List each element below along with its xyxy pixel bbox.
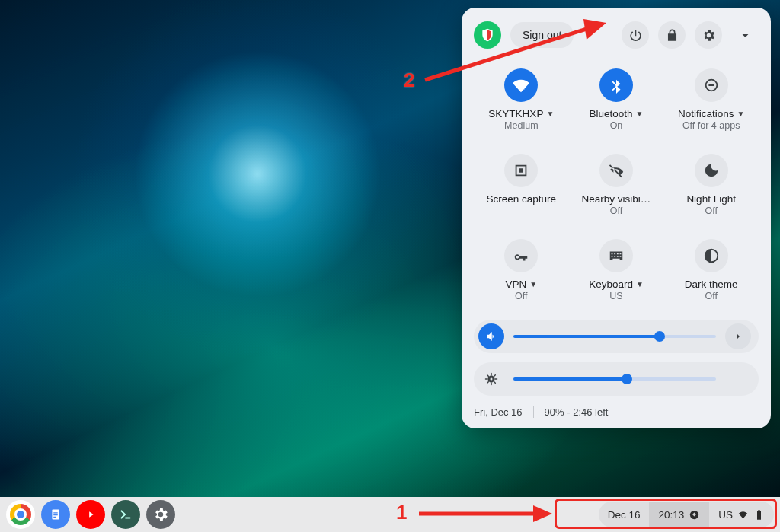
quick-settings-panel: Sign out SKYTKHXP▼ Medium Bluetoot [462, 8, 771, 428]
tile-dark-theme[interactable]: Dark theme Off [663, 239, 759, 301]
dnd-icon [703, 77, 720, 94]
chevron-right-icon [732, 330, 744, 342]
gear-icon [152, 506, 169, 523]
app-terminal[interactable] [111, 500, 140, 529]
brightness-icon[interactable] [478, 366, 504, 392]
tile-dark-theme-title: Dark theme [685, 279, 738, 290]
tile-nearby[interactable]: Nearby visibi… Off [569, 154, 664, 216]
app-settings[interactable] [146, 500, 175, 529]
night-light-icon [703, 162, 720, 179]
tile-screen-capture-toggle[interactable] [504, 154, 538, 187]
dark-theme-icon [703, 247, 720, 264]
notification-indicator-icon [689, 509, 700, 521]
sliders-section [474, 320, 759, 396]
tile-bluetooth-title: Bluetooth [590, 108, 633, 119]
tray-time-notifications[interactable]: 20:13 [649, 502, 709, 527]
chrome-icon [10, 504, 31, 525]
tile-night-light-toggle[interactable] [695, 154, 728, 187]
shelf-apps [6, 500, 175, 529]
annotation-label-1: 1 [396, 501, 407, 524]
tile-night-light-sub: Off [705, 205, 717, 216]
power-icon [628, 28, 643, 43]
keyboard-icon [608, 247, 625, 264]
footer-separator [533, 406, 534, 418]
tray-status[interactable]: US [709, 502, 774, 527]
tile-screen-capture-title: Screen capture [487, 193, 557, 205]
tray-time: 20:13 [658, 509, 684, 521]
youtube-icon [82, 506, 99, 523]
tray-date[interactable]: Dec 16 [599, 502, 650, 527]
tile-keyboard-title: Keyboard [589, 279, 633, 290]
tile-nearby-title: Nearby visibi… [582, 193, 651, 205]
tile-keyboard-sub: US [609, 291, 622, 301]
tile-wifi-toggle[interactable] [504, 68, 538, 102]
tile-night-light-title: Night Light [686, 193, 736, 205]
lock-icon [665, 28, 679, 43]
panel-header: Sign out [474, 18, 759, 52]
tile-wifi[interactable]: SKYTKHXP▼ Medium [474, 68, 569, 131]
tray-ime: US [718, 509, 733, 521]
system-tray[interactable]: Dec 16 20:13 US [599, 501, 774, 528]
volume-slider[interactable] [474, 320, 759, 353]
visibility-off-icon [608, 162, 625, 179]
brightness-track[interactable] [513, 377, 716, 381]
battery-icon [753, 509, 765, 521]
quick-settings-tiles: SKYTKHXP▼ Medium Bluetooth▼ On Notificat… [474, 68, 759, 301]
tile-keyboard[interactable]: Keyboard▼ US [569, 239, 664, 301]
svg-rect-3 [53, 514, 58, 515]
settings-button[interactable] [695, 21, 722, 49]
tile-vpn-sub: Off [515, 291, 527, 301]
shelf: Dec 16 20:13 US [0, 497, 780, 532]
tile-nearby-sub: Off [610, 205, 622, 216]
terminal-icon [117, 506, 134, 523]
app-google-docs[interactable] [41, 500, 70, 529]
tile-night-light[interactable]: Night Light Off [663, 154, 759, 216]
tile-wifi-sub: Medium [504, 120, 538, 131]
caret-icon: ▼ [737, 110, 744, 118]
caret-icon: ▼ [636, 110, 644, 118]
caret-icon: ▼ [636, 280, 644, 288]
tile-bluetooth[interactable]: Bluetooth▼ On [569, 68, 664, 131]
volume-icon[interactable] [478, 323, 504, 349]
sign-out-label: Sign out [523, 29, 561, 41]
tile-dark-theme-toggle[interactable] [695, 239, 728, 272]
shield-icon [480, 27, 495, 43]
chevron-down-icon [738, 28, 753, 43]
tile-vpn-title: VPN [505, 279, 526, 290]
gear-icon [702, 28, 716, 43]
vpn-key-icon [513, 247, 529, 264]
panel-footer: Fri, Dec 16 90% - 2:46 left [474, 406, 759, 418]
wifi-icon [513, 77, 529, 94]
wifi-icon [737, 509, 749, 521]
tile-vpn-toggle[interactable] [504, 239, 538, 272]
footer-battery: 90% - 2:46 left [545, 406, 609, 418]
bluetooth-icon [608, 77, 625, 94]
power-button[interactable] [622, 21, 649, 49]
user-avatar[interactable] [474, 21, 501, 49]
tile-bluetooth-sub: On [610, 120, 623, 131]
lock-button[interactable] [658, 21, 686, 49]
app-chrome[interactable] [6, 500, 35, 529]
tile-notifications[interactable]: Notifications▼ Off for 4 apps [663, 68, 759, 131]
collapse-button[interactable] [731, 21, 759, 49]
volume-track[interactable] [513, 335, 716, 338]
tile-dark-theme-sub: Off [705, 291, 717, 301]
tile-notifications-toggle[interactable] [695, 68, 728, 102]
docs-icon [47, 506, 64, 523]
svg-rect-2 [53, 512, 58, 513]
brightness-slider[interactable] [474, 362, 759, 396]
audio-settings-button[interactable] [725, 323, 751, 349]
caret-icon: ▼ [546, 110, 554, 118]
tile-vpn[interactable]: VPN▼ Off [474, 239, 569, 301]
app-youtube[interactable] [76, 500, 105, 529]
sign-out-button[interactable]: Sign out [510, 22, 574, 48]
tile-bluetooth-toggle[interactable] [599, 68, 633, 102]
tile-screen-capture[interactable]: Screen capture [474, 154, 569, 216]
tile-notifications-title: Notifications [678, 108, 734, 119]
svg-marker-5 [89, 511, 94, 517]
caret-icon: ▼ [529, 280, 537, 288]
tile-keyboard-toggle[interactable] [599, 239, 633, 272]
tile-nearby-toggle[interactable] [599, 154, 633, 187]
tile-wifi-title: SKYTKHXP [488, 108, 543, 119]
screen-capture-icon [513, 162, 529, 179]
